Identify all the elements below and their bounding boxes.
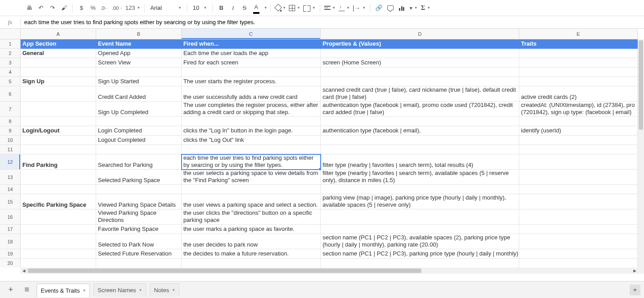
functions-button[interactable]: Σ▼ (419, 2, 432, 14)
cell[interactable]: section name (PC1 | PC2 | PC3), parking … (321, 249, 519, 259)
font-family-select[interactable]: Arial▼ (148, 2, 184, 14)
row-header[interactable]: 10 (0, 136, 21, 145)
cell[interactable]: the decides to make a future reservation… (182, 249, 321, 259)
cell[interactable] (21, 68, 96, 77)
cell[interactable]: Login/Logout (21, 126, 96, 136)
cell[interactable]: Find Parking (21, 154, 96, 170)
cell[interactable] (96, 259, 182, 268)
cells-area[interactable]: App SectionEvent NameFired when...Proper… (21, 39, 638, 268)
redo-button[interactable]: ↷ (47, 2, 58, 14)
cell[interactable]: Specific Parking Space (21, 194, 96, 209)
format-currency-button[interactable]: $ (76, 2, 87, 14)
cell[interactable] (519, 259, 638, 268)
cell[interactable]: Fired when... (182, 39, 321, 49)
cell[interactable] (21, 136, 96, 145)
filter-button[interactable]: ▾▼ (408, 2, 419, 14)
cell[interactable] (321, 117, 519, 126)
cell[interactable] (21, 225, 96, 234)
row-header[interactable]: 20 (0, 259, 21, 268)
text-wrap-button[interactable]: |→▼ (351, 2, 367, 14)
column-header-e[interactable]: E (519, 29, 638, 39)
row-header[interactable]: 8 (0, 117, 21, 126)
cell[interactable] (321, 77, 519, 86)
cell[interactable]: Selected Future Reservation (96, 249, 182, 259)
cell[interactable]: the user marks a parking space as favori… (182, 225, 321, 234)
sheet-tab[interactable]: Screen Names▼ (93, 283, 146, 297)
row-header[interactable]: 11 (0, 145, 21, 154)
cell[interactable]: The user starts the register process. (182, 77, 321, 86)
cell[interactable] (182, 259, 321, 268)
cell[interactable] (21, 249, 96, 259)
italic-button[interactable]: I (227, 2, 239, 14)
cell[interactable]: Traits (519, 39, 638, 49)
row-header[interactable]: 12 (0, 154, 21, 170)
cell[interactable]: Credit Card Added (96, 86, 182, 102)
cell[interactable] (519, 170, 638, 185)
vertical-align-button[interactable]: ▼ (337, 2, 352, 14)
cell[interactable]: authentication type (facebook | email), … (321, 102, 519, 117)
vertical-scrollbar[interactable] (638, 39, 644, 268)
cell[interactable]: Opened App (96, 49, 182, 58)
cell[interactable]: App Section (21, 39, 96, 49)
cell[interactable] (321, 209, 519, 225)
cell[interactable] (321, 136, 519, 145)
cell[interactable] (21, 86, 96, 102)
cell[interactable]: section name (PC1 | PC2 | PC3), availabl… (321, 234, 519, 249)
column-header-d[interactable]: D (321, 29, 519, 39)
column-header-a[interactable]: A (21, 29, 96, 39)
increase-decimal-button[interactable]: .00→ (110, 2, 124, 14)
row-header[interactable]: 7 (0, 102, 21, 117)
cell[interactable]: Favorite Parking Space (96, 225, 182, 234)
row-header[interactable]: 4 (0, 68, 21, 77)
row-header[interactable]: 2 (0, 49, 21, 58)
cell[interactable] (96, 145, 182, 154)
cell[interactable] (21, 58, 96, 68)
horizontal-scrollbar[interactable]: ◀ ▶ (21, 268, 638, 274)
cell[interactable] (96, 117, 182, 126)
decrease-decimal-button[interactable]: .0← (99, 2, 110, 14)
explore-button[interactable]: ✦ (630, 285, 640, 295)
strikethrough-button[interactable]: S (239, 2, 250, 14)
cell[interactable]: screen (Home Screen) (321, 58, 519, 68)
insert-link-button[interactable]: 🔗 (373, 2, 385, 14)
cell[interactable] (21, 185, 96, 194)
cell[interactable] (21, 145, 96, 154)
text-color-button[interactable]: A (250, 2, 262, 14)
sheet-tab-active[interactable]: Events & Traits▼ (37, 284, 90, 297)
cell[interactable] (519, 209, 638, 225)
cell[interactable]: the user selects a parking space to view… (182, 170, 321, 185)
cell[interactable]: Screen View (96, 58, 182, 68)
borders-button[interactable]: ▼ (288, 2, 302, 14)
cell[interactable]: filter type (nearby | favorites | search… (321, 154, 519, 170)
cell[interactable] (21, 234, 96, 249)
cell[interactable]: Sign Up Started (96, 77, 182, 86)
cell[interactable]: Each time the user loads the app (182, 49, 321, 58)
row-header[interactable]: 13 (0, 170, 21, 185)
column-header-c[interactable]: C (182, 29, 321, 39)
horizontal-align-button[interactable]: ▼ (323, 2, 337, 14)
cell[interactable] (519, 117, 638, 126)
cell[interactable] (321, 68, 519, 77)
cell[interactable] (321, 49, 519, 58)
scroll-right-button[interactable]: ▶ (631, 268, 638, 274)
cell[interactable]: active credit cards (2) (519, 86, 638, 102)
sheet-tab[interactable]: Notes▼ (150, 283, 179, 297)
row-header[interactable]: 5 (0, 77, 21, 86)
cell[interactable] (321, 145, 519, 154)
cell[interactable]: Viewed Parking Space Details (96, 194, 182, 209)
row-header[interactable]: 9 (0, 126, 21, 136)
cell[interactable] (21, 117, 96, 126)
cell[interactable] (519, 77, 638, 86)
cell[interactable] (182, 68, 321, 77)
formula-input[interactable] (21, 16, 644, 28)
cell[interactable] (519, 225, 638, 234)
cell[interactable]: The user completes the register process,… (182, 102, 321, 117)
cell[interactable]: Event Name (96, 39, 182, 49)
cell[interactable]: Sign Up (21, 77, 96, 86)
cell[interactable]: scanned credit card (true | false), card… (321, 86, 519, 102)
merge-cells-button[interactable]: ▼ (302, 2, 317, 14)
horizontal-scroll-thumb[interactable] (28, 268, 421, 273)
cell[interactable] (519, 154, 638, 170)
cell[interactable]: Viewed Parking Space Directions (96, 209, 182, 225)
cell[interactable]: the user views a parking space and selec… (182, 194, 321, 209)
